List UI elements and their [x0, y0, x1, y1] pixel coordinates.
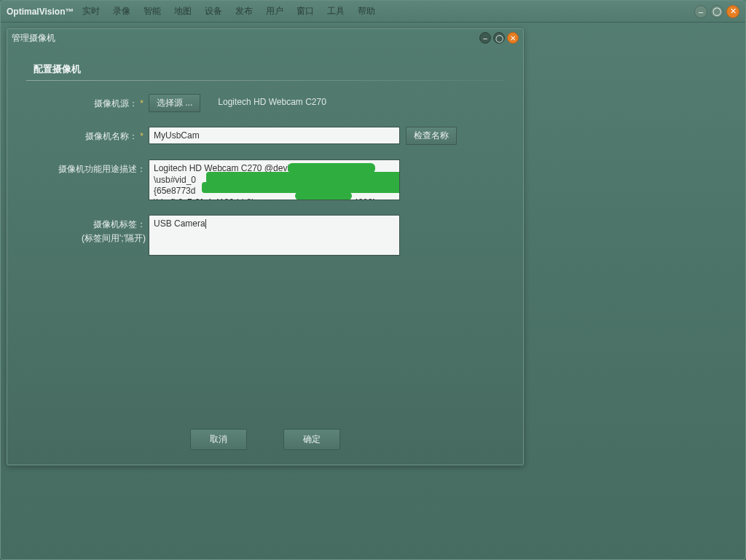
required-mark: *: [140, 131, 144, 141]
app-title: OptimalVision™: [7, 7, 74, 17]
maximize-icon[interactable]: ◯: [710, 5, 723, 18]
dialog-footer: 取消 确定: [7, 429, 523, 450]
row-tags: 摄像机标签： (标签间用';'隔开) USB Camera: [26, 215, 504, 256]
menu-help[interactable]: 帮助: [358, 5, 375, 17]
divider: [26, 80, 504, 81]
menu-device[interactable]: 设备: [205, 5, 222, 17]
menu-map[interactable]: 地图: [174, 5, 192, 17]
row-description: 摄像机功能用途描述： Logitech HD Webcam C270 @devi…: [26, 159, 504, 200]
label-tags: 摄像机标签： (标签间用';'隔开): [26, 215, 149, 245]
main-menu: 实时 录像 智能 地图 设备 发布 用户 窗口 工具 帮助: [82, 5, 694, 17]
required-mark: *: [140, 98, 144, 109]
section-title: 配置摄像机: [34, 63, 504, 76]
window-controls: – ◯ ✕: [694, 5, 739, 18]
menu-window[interactable]: 窗口: [297, 5, 314, 17]
source-name-text: Logitech HD Webcam C270: [218, 94, 326, 107]
camera-tags-input[interactable]: USB Camera: [149, 215, 400, 256]
menu-publish[interactable]: 发布: [235, 5, 253, 17]
dialog-title: 管理摄像机: [12, 32, 55, 44]
dialog-titlebar[interactable]: 管理摄像机 – ◯ ✕: [7, 29, 523, 47]
manage-camera-dialog: 管理摄像机 – ◯ ✕ 配置摄像机 摄像机源：* 选择源 .: [7, 28, 524, 465]
redaction-block: [295, 192, 352, 200]
minimize-icon[interactable]: –: [694, 5, 707, 18]
camera-name-input[interactable]: [149, 127, 400, 144]
main-window: OptimalVision™ 实时 录像 智能 地图 设备 发布 用户 窗口 工…: [0, 0, 746, 560]
select-source-button[interactable]: 选择源 ...: [149, 94, 200, 112]
label-name: 摄像机名称：*: [26, 127, 149, 143]
label-source: 摄像机源：*: [26, 94, 149, 111]
row-name: 摄像机名称：* 检查名称: [26, 127, 504, 145]
dialog-minimize-icon[interactable]: –: [479, 32, 491, 44]
label-description: 摄像机功能用途描述：: [26, 159, 149, 176]
menu-realtime[interactable]: 实时: [82, 5, 100, 17]
menu-user[interactable]: 用户: [266, 5, 283, 17]
menu-intelligence[interactable]: 智能: [144, 5, 161, 17]
menu-record[interactable]: 录像: [113, 5, 130, 17]
row-source: 摄像机源：* 选择源 ... Logitech HD Webcam C270: [26, 94, 504, 112]
cancel-button[interactable]: 取消: [190, 429, 247, 450]
content-area: 管理摄像机 – ◯ ✕ 配置摄像机 摄像机源：* 选择源 .: [1, 23, 745, 559]
main-titlebar[interactable]: OptimalVision™ 实时 录像 智能 地图 设备 发布 用户 窗口 工…: [1, 1, 745, 23]
close-icon[interactable]: ✕: [726, 5, 739, 18]
dialog-maximize-icon[interactable]: ◯: [493, 32, 505, 44]
check-name-button[interactable]: 检查名称: [406, 127, 457, 145]
ok-button[interactable]: 确定: [283, 429, 340, 450]
dialog-window-controls: – ◯ ✕: [479, 32, 519, 44]
dialog-close-icon[interactable]: ✕: [507, 32, 519, 44]
camera-description-box[interactable]: Logitech HD Webcam C270 @device:pnp:\\? …: [149, 159, 400, 200]
menu-tools[interactable]: 工具: [327, 5, 345, 17]
dialog-body: 配置摄像机 摄像机源：* 选择源 ... Logitech HD Webcam …: [7, 47, 523, 465]
